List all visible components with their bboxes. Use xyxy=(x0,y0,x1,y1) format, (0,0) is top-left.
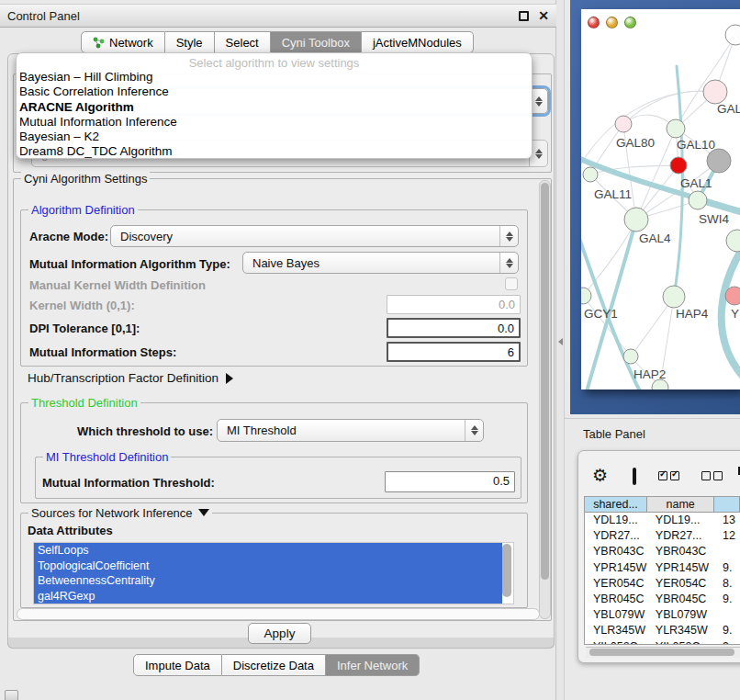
algorithm-option[interactable]: Dream8 DC_TDC Algorithm xyxy=(17,144,532,159)
tab-jactivemnodules[interactable]: jActiveMNodules xyxy=(362,31,474,53)
table-panel-title: Table Panel xyxy=(583,427,645,441)
table-cell: YPR145W xyxy=(585,560,647,576)
table-row[interactable]: YIL052CYIL052C9 xyxy=(585,639,740,646)
mi-type-combo[interactable]: Naive Bayes xyxy=(242,252,519,274)
float-window-icon[interactable] xyxy=(519,11,529,21)
network-node-gal80[interactable] xyxy=(615,116,632,132)
column-header[interactable]: shared... xyxy=(585,497,647,513)
table-cell: 9. xyxy=(714,592,740,607)
aracne-mode-value: Discovery xyxy=(120,230,173,243)
table-hscrollbar-thumb[interactable] xyxy=(589,649,734,656)
node-label: GAL10 xyxy=(677,138,715,152)
table-row[interactable]: YDR27...YDR27...12 xyxy=(585,528,740,544)
algorithm-option[interactable]: ARACNE Algorithm xyxy=(17,100,532,115)
network-node-gcy1[interactable] xyxy=(581,288,591,304)
manual-kernel-checkbox[interactable] xyxy=(505,277,518,290)
table-row[interactable]: YPR145WYPR145W9. xyxy=(585,560,740,576)
cyni-algorithm-settings-title: Cyni Algorithm Settings xyxy=(21,172,150,186)
settings-scrollbar-thumb[interactable] xyxy=(541,183,549,580)
network-node-hap2[interactable] xyxy=(623,349,638,364)
mi-threshold-field[interactable]: 0.5 xyxy=(385,471,515,492)
network-window[interactable]: GALGAL80GAL10GAL1GAL11GAL4SWI4GCY1HAP4YH… xyxy=(581,9,740,390)
table-row[interactable]: YBL079WYBL079W xyxy=(585,607,740,623)
table-cell: 13 xyxy=(714,513,740,528)
network-node-y[interactable] xyxy=(725,287,740,305)
node-label: GAL xyxy=(717,102,740,116)
tab-discretize-data[interactable]: Discretize Data xyxy=(222,654,326,676)
column-header[interactable]: name xyxy=(647,497,714,513)
combo-stepper-icon xyxy=(499,253,518,273)
attribute-item[interactable]: TopologicalCoefficient xyxy=(34,559,502,574)
settings-hscrollbar[interactable] xyxy=(17,608,540,620)
tab-style[interactable]: Style xyxy=(165,31,215,53)
attribute-item[interactable]: gal4RGexp xyxy=(34,589,502,604)
table-cell: YBL079W xyxy=(585,607,647,623)
expanded-arrow-icon xyxy=(198,509,209,516)
which-threshold-combo[interactable]: MI Threshold xyxy=(217,419,484,442)
algorithm-option[interactable]: Basic Correlation Inference xyxy=(17,85,532,99)
which-threshold-label: Which threshold to use: xyxy=(77,424,213,438)
algorithm-option[interactable]: Mutual Information Inference xyxy=(17,115,532,130)
node-label: Y xyxy=(731,307,739,321)
aracne-mode-label: Aracne Mode: xyxy=(29,230,108,243)
node-table[interactable]: shared...nameYDL19...YDL19...13YDR27...Y… xyxy=(584,496,740,645)
hub-definition-toggle[interactable]: Hub/Transcription Factor Definition xyxy=(28,371,233,385)
panel-divider[interactable] xyxy=(556,0,565,700)
table-row[interactable]: YER054CYER054C8. xyxy=(585,576,740,592)
algorithm-option[interactable]: Bayesian – Hill Climbing xyxy=(17,70,532,85)
column-header[interactable] xyxy=(714,497,740,513)
data-attributes-list[interactable]: SelfLoopsTopologicalCoefficientBetweenne… xyxy=(33,542,514,604)
node-label: GCY1 xyxy=(584,307,618,321)
algorithm-popup-list: Bayesian – Hill ClimbingBasic Correlatio… xyxy=(17,70,532,160)
divider-collapse-icon[interactable] xyxy=(558,338,563,345)
tab-cyni-toolbox[interactable]: Cyni Toolbox xyxy=(271,31,362,53)
attribute-item[interactable]: BetweennessCentrality xyxy=(34,573,502,589)
deselect-all-icon[interactable] xyxy=(701,471,723,480)
table-row[interactable]: YBR045CYBR045C9. xyxy=(585,592,740,607)
control-panel-titlebar: Control Panel ✕ xyxy=(0,4,556,28)
tab-label: Discretize Data xyxy=(233,659,314,672)
columns-icon[interactable] xyxy=(633,468,636,485)
network-graph[interactable]: GALGAL80GAL10GAL1GAL11GAL4SWI4GCY1HAP4YH… xyxy=(581,9,740,390)
attribute-item[interactable]: SelfLoops xyxy=(34,543,502,559)
algorithm-option[interactable]: Bayesian – K2 xyxy=(17,130,532,144)
table-row[interactable]: YDL19...YDL19...13 xyxy=(585,513,740,528)
network-icon xyxy=(93,37,105,49)
aracne-mode-combo[interactable]: Discovery xyxy=(110,225,519,247)
tab-impute-data[interactable]: Impute Data xyxy=(133,654,222,676)
table-row[interactable]: YLR345WYLR345W9. xyxy=(585,623,740,638)
apply-button[interactable]: Apply xyxy=(248,623,311,644)
dpi-tolerance-field[interactable]: 0.0 xyxy=(387,318,521,338)
select-all-icon[interactable] xyxy=(658,471,679,480)
network-node-gal[interactable] xyxy=(703,80,727,104)
attributes-scrollbar-thumb[interactable] xyxy=(502,544,511,597)
mi-steps-field[interactable]: 6 xyxy=(387,342,521,362)
table-cell xyxy=(714,607,740,623)
close-icon[interactable]: ✕ xyxy=(538,11,549,21)
table-cell: YBR043C xyxy=(647,544,714,559)
network-edge xyxy=(581,91,715,170)
network-node-gal1[interactable] xyxy=(689,191,707,209)
gear-icon[interactable]: ⚙ xyxy=(592,466,608,486)
network-node[interactable] xyxy=(726,230,740,252)
which-threshold-value: MI Threshold xyxy=(227,423,297,437)
tab-label: Network xyxy=(109,36,153,50)
network-node[interactable] xyxy=(707,149,731,173)
network-node[interactable] xyxy=(725,25,740,45)
network-node[interactable] xyxy=(670,157,687,174)
kernel-width-field[interactable]: 0.0 xyxy=(387,295,521,314)
table-cell: YBL079W xyxy=(647,607,714,623)
network-node-gal10[interactable] xyxy=(667,119,685,138)
network-node-hap4[interactable] xyxy=(663,286,685,308)
tab-label: Select xyxy=(226,36,259,50)
table-cell: YER054C xyxy=(585,576,647,592)
table-cell: YBR045C xyxy=(647,592,714,607)
tab-select[interactable]: Select xyxy=(215,31,271,53)
tab-infer-network[interactable]: Infer Network xyxy=(326,654,420,676)
table-cell: 9. xyxy=(714,623,740,638)
network-node-gal11[interactable] xyxy=(583,167,598,182)
corner-grip[interactable] xyxy=(5,690,18,700)
table-row[interactable]: YBR043CYBR043C xyxy=(585,544,740,559)
network-node-gal4[interactable] xyxy=(624,208,648,231)
tab-network[interactable]: Network xyxy=(81,31,165,53)
